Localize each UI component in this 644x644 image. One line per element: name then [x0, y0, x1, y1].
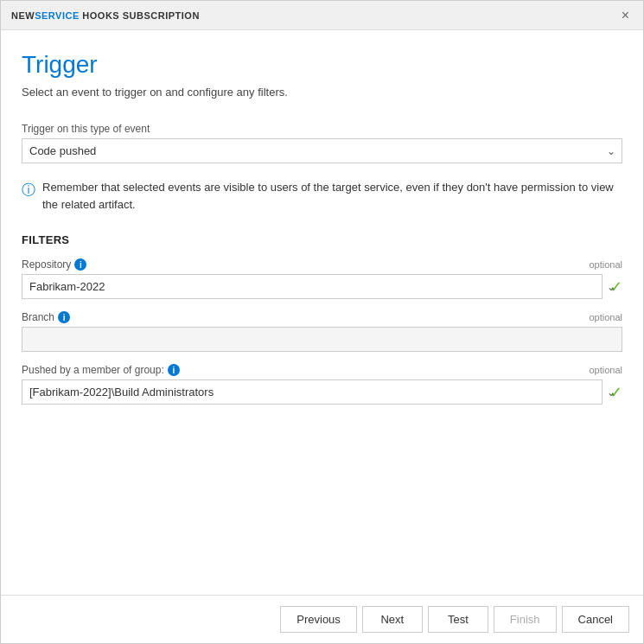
repository-select[interactable]: Fabrikam-2022 [22, 274, 603, 299]
filters-section: FILTERS Repository i optional Fabrikam-2… [22, 233, 622, 405]
pushed-by-checkmark-icon: ✓ [609, 383, 622, 402]
repository-info-icon[interactable]: i [74, 258, 86, 271]
pushed-by-info-icon[interactable]: i [168, 364, 180, 376]
branch-optional-label: optional [589, 312, 622, 322]
dialog-footer: Previous Next Test Finish Cancel [1, 595, 643, 643]
branch-filter-row: Branch i optional [22, 311, 622, 352]
repository-optional-label: optional [589, 259, 622, 270]
filters-title: FILTERS [22, 233, 622, 246]
repository-select-wrapper: Fabrikam-2022 ⌄ ✓ [22, 274, 622, 299]
repository-label-text: Repository [22, 258, 71, 271]
trigger-event-group: Trigger on this type of event Code pushe… [22, 123, 622, 163]
next-button[interactable]: Next [362, 606, 423, 633]
info-icon: ⓘ [22, 180, 35, 201]
pushed-by-select[interactable]: [Fabrikam-2022]\Build Administrators [22, 379, 603, 405]
previous-button[interactable]: Previous [280, 606, 357, 633]
page-subtitle: Select an event to trigger on and config… [22, 86, 622, 99]
branch-info-icon[interactable]: i [58, 311, 70, 323]
repository-label-row: Repository i optional [22, 258, 622, 271]
pushed-by-label-text: Pushed by a member of group: [22, 364, 164, 376]
page-title: Trigger [22, 51, 622, 79]
close-button[interactable]: × [618, 9, 633, 22]
header-service: SERVICE [35, 10, 80, 21]
repository-checkmark-icon: ✓ [609, 277, 622, 296]
dialog: NEWSERVICE HOOKS SUBSCRIPTION × Trigger … [0, 0, 644, 644]
dialog-header-title: NEWSERVICE HOOKS SUBSCRIPTION [11, 10, 200, 21]
trigger-event-select[interactable]: Code pushed [22, 138, 622, 163]
repository-label: Repository i [22, 258, 86, 271]
trigger-select-wrapper: Code pushed ⌄ [22, 138, 622, 163]
pushed-by-filter-row: Pushed by a member of group: i optional … [22, 364, 622, 405]
header-new: NEW [11, 10, 35, 21]
repository-filter-row: Repository i optional Fabrikam-2022 ⌄ ✓ [22, 258, 622, 299]
pushed-by-label: Pushed by a member of group: i [22, 364, 180, 376]
trigger-event-label: Trigger on this type of event [22, 123, 622, 135]
pushed-by-optional-label: optional [589, 365, 622, 375]
info-message-text: Remember that selected events are visibl… [42, 179, 622, 213]
cancel-button[interactable]: Cancel [562, 606, 629, 633]
branch-label: Branch i [22, 311, 70, 323]
branch-input[interactable] [22, 327, 622, 352]
finish-button[interactable]: Finish [494, 606, 557, 633]
dialog-body: Trigger Select an event to trigger on an… [1, 30, 643, 595]
dialog-header: NEWSERVICE HOOKS SUBSCRIPTION × [1, 1, 643, 30]
pushed-by-select-wrapper: [Fabrikam-2022]\Build Administrators ⌄ ✓ [22, 379, 622, 405]
info-box: ⓘ Remember that selected events are visi… [22, 179, 622, 213]
header-subscription: SUBSCRIPTION [119, 10, 200, 21]
pushed-by-label-row: Pushed by a member of group: i optional [22, 364, 622, 376]
branch-label-row: Branch i optional [22, 311, 622, 323]
branch-label-text: Branch [22, 311, 54, 323]
test-button[interactable]: Test [428, 606, 488, 633]
header-hooks: HOOKS [80, 10, 119, 21]
